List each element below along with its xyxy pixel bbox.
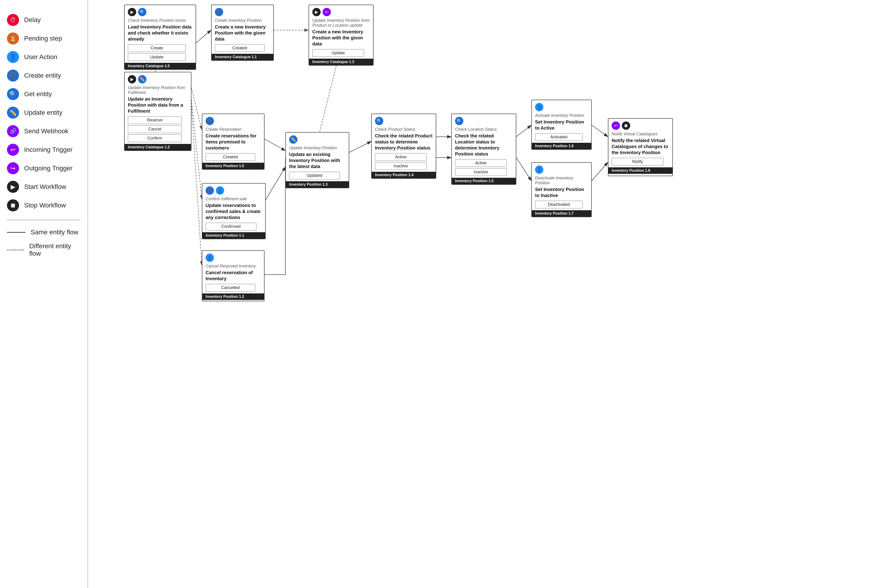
- node-inv-pos-15[interactable]: 🔍 Check Location Status Check the relate…: [451, 114, 516, 185]
- svg-line-16: [591, 125, 608, 137]
- user-icon: 👤: [206, 254, 214, 262]
- user-icon: 👤: [535, 165, 543, 174]
- node-icons-inv-pos-12: 👤: [206, 254, 261, 262]
- node-inv-pos-11[interactable]: ➕ 👤 Confirm fulfilment sale Update reser…: [202, 183, 266, 239]
- send-webhook-icon: 🔗: [7, 125, 19, 137]
- legend-delay: ⏱ Delay: [7, 14, 81, 26]
- node-header-inv-pos-18: Notify Virtual Catalogues: [612, 132, 669, 136]
- node-inv-pos-10[interactable]: ➕ Create Reservation Create reservations…: [202, 114, 265, 170]
- node-inv-pos-14[interactable]: 🔍 Check Product Status Check the related…: [371, 114, 436, 179]
- node-icons-inv-cat-10: ▶ 🔍: [128, 8, 193, 16]
- node-footer-inv-pos-17: Inventory Position 1.7: [532, 210, 591, 217]
- btn-inactive-inv-pos-15[interactable]: Inactive: [455, 168, 507, 176]
- node-inv-pos-18[interactable]: ↩ ⏹ Notify Virtual Catalogues Notify the…: [608, 118, 673, 176]
- different-entity-label: Different entity flow: [29, 242, 81, 257]
- pending-label: Pending step: [24, 35, 62, 42]
- legend-pending: ⏳ Pending step: [7, 33, 81, 45]
- node-inv-pos-13[interactable]: ✏️ Update Inventory Position Update an e…: [285, 132, 349, 188]
- node-icons-inv-pos-17: 👤: [535, 165, 588, 174]
- node-footer-inv-cat-10: Inventory Catalogue 1.0: [125, 63, 196, 69]
- btn-update-inv-cat-13[interactable]: Update: [312, 49, 364, 57]
- legend-user-action: 👤 User Action: [7, 51, 81, 63]
- btn-active-inv-pos-15[interactable]: Active: [455, 159, 507, 167]
- workflow-canvas[interactable]: ▶ 🔍 Check Inventory Position exists Load…: [88, 0, 891, 588]
- btn-confirmed-inv-pos-11[interactable]: Confirmed: [206, 223, 256, 230]
- btn-confirm-inv-cat-12[interactable]: Confirm: [128, 134, 182, 142]
- node-footer-inv-cat-12: Inventory Catalogue 1.2: [125, 144, 191, 150]
- get-entity-label: Get entity: [24, 90, 52, 98]
- user-icon: 👤: [216, 186, 224, 195]
- btn-activated-inv-pos-16[interactable]: Activated: [535, 133, 582, 141]
- node-icons-inv-pos-14: 🔍: [375, 117, 432, 125]
- btn-created-inv-pos-10[interactable]: Created: [206, 153, 255, 161]
- play-icon: ▶: [128, 8, 136, 16]
- play-icon: ▶: [128, 75, 136, 83]
- node-inv-cat-10[interactable]: ▶ 🔍 Check Inventory Position exists Load…: [124, 4, 196, 70]
- same-entity-label: Same entity flow: [31, 228, 78, 236]
- outgoing-trigger-label: Outgoing Trigger: [24, 165, 73, 172]
- search-icon: 🔍: [455, 117, 464, 125]
- node-title-inv-pos-13: Update an existing Inventory Position wi…: [289, 152, 346, 170]
- sidebar: ⏱ Delay ⏳ Pending step 👤 User Action ➕ C…: [0, 0, 88, 588]
- node-title-inv-pos-17: Set Inventory Position to Inactive: [535, 186, 588, 198]
- btn-inactive-inv-pos-14[interactable]: Inactive: [375, 162, 427, 170]
- legend-divider: [7, 220, 81, 220]
- edit-icon: ✏️: [138, 75, 146, 83]
- plus-icon: ➕: [206, 117, 214, 125]
- node-header-inv-pos-10: Create Reservation: [206, 127, 261, 132]
- btn-cancel-inv-cat-12[interactable]: Cancel: [128, 125, 182, 133]
- node-footer-inv-cat-13: Inventory Catalogue 1.3: [309, 58, 373, 65]
- incoming-trigger-label: Incoming Trigger: [24, 146, 73, 153]
- node-header-inv-pos-15: Check Location Status: [455, 127, 513, 132]
- node-icons-inv-cat-13: ▶ ↩: [312, 8, 370, 16]
- node-footer-inv-pos-18: Inventory Position 1.8: [608, 167, 673, 174]
- node-icons-inv-pos-15: 🔍: [455, 117, 513, 125]
- delay-label: Delay: [24, 16, 41, 24]
- node-footer-inv-pos-16: Inventory Position 1.6: [532, 143, 591, 149]
- btn-cancelled-inv-pos-12[interactable]: Cancelled: [206, 284, 255, 292]
- node-footer-inv-pos-12: Inventory Position 1.2: [202, 293, 264, 300]
- svg-line-17: [591, 162, 608, 181]
- search-icon: 🔍: [375, 117, 383, 125]
- node-header-inv-pos-11: Confirm fulfilment sale: [206, 196, 262, 201]
- node-title-inv-pos-18: Notify the related Virtual Catalogues of…: [612, 138, 669, 156]
- node-icons-inv-pos-18: ↩ ⏹: [612, 122, 669, 130]
- node-footer-inv-pos-11: Inventory Position 1.1: [202, 232, 265, 239]
- node-inv-pos-17[interactable]: 👤 Deactivate Inventory Position Set Inve…: [531, 162, 591, 217]
- btn-reserve-inv-cat-12[interactable]: Reserve: [128, 116, 182, 124]
- legend-different-entity-flow: Different entity flow: [7, 242, 81, 257]
- send-webhook-label: Send Webhook: [24, 128, 68, 135]
- btn-deactivated-inv-pos-17[interactable]: Deactivated: [535, 201, 582, 208]
- start-workflow-label: Start Workflow: [24, 183, 66, 190]
- node-header-inv-pos-17: Deactivate Inventory Position: [535, 176, 588, 185]
- legend-incoming-trigger: ↩ Incoming Trigger: [7, 144, 81, 156]
- node-header-inv-cat-10: Check Inventory Position exists: [128, 18, 193, 23]
- user-action-label: User Action: [24, 53, 57, 61]
- node-icons-inv-pos-11: ➕ 👤: [206, 186, 262, 195]
- node-title-inv-pos-11: Update reservations to confirmed sales &…: [206, 202, 262, 220]
- update-entity-icon: ✏️: [7, 106, 19, 118]
- legend-get-entity: 🔍 Get entity: [7, 88, 81, 100]
- node-inv-cat-13[interactable]: ▶ ↩ Update Inventory Position from Produ…: [309, 4, 373, 66]
- legend-start-workflow: ▶ Start Workflow: [7, 181, 81, 193]
- legend-outgoing-trigger: ↪ Outgoing Trigger: [7, 162, 81, 174]
- node-footer-inv-pos-10: Inventory Position 1.0: [202, 163, 264, 169]
- stop-workflow-icon: ⏹: [7, 200, 19, 212]
- node-header-inv-cat-12: Update Inventory Position from Fulfilmen…: [128, 85, 188, 95]
- legend-send-webhook: 🔗 Send Webhook: [7, 125, 81, 137]
- node-inv-cat-11[interactable]: ➕ Create Inventory Position Create a new…: [211, 4, 274, 61]
- btn-update-inv-cat-10[interactable]: Update: [128, 53, 186, 61]
- btn-created-inv-cat-11[interactable]: Created: [215, 44, 265, 52]
- node-inv-pos-12[interactable]: 👤 Cancel Reserved Inventory Cancel reser…: [202, 250, 265, 301]
- node-title-inv-cat-10: Load Inventory Position data and check w…: [128, 24, 193, 42]
- btn-active-inv-pos-14[interactable]: Active: [375, 153, 427, 161]
- legend-same-entity-flow: Same entity flow: [7, 228, 81, 236]
- node-header-inv-pos-13: Update Inventory Position: [289, 146, 346, 150]
- node-inv-cat-12[interactable]: ▶ ✏️ Update Inventory Position from Fulf…: [124, 72, 191, 151]
- node-header-inv-pos-14: Check Product Status: [375, 127, 432, 132]
- btn-notify-inv-pos-18[interactable]: Notify: [612, 158, 664, 165]
- delay-icon: ⏱: [7, 14, 19, 26]
- btn-create-inv-cat-10[interactable]: Create: [128, 44, 186, 52]
- btn-updated-inv-pos-13[interactable]: Updated: [289, 172, 340, 179]
- node-inv-pos-16[interactable]: 👤 Activate Inventory Position Set Invent…: [531, 100, 591, 150]
